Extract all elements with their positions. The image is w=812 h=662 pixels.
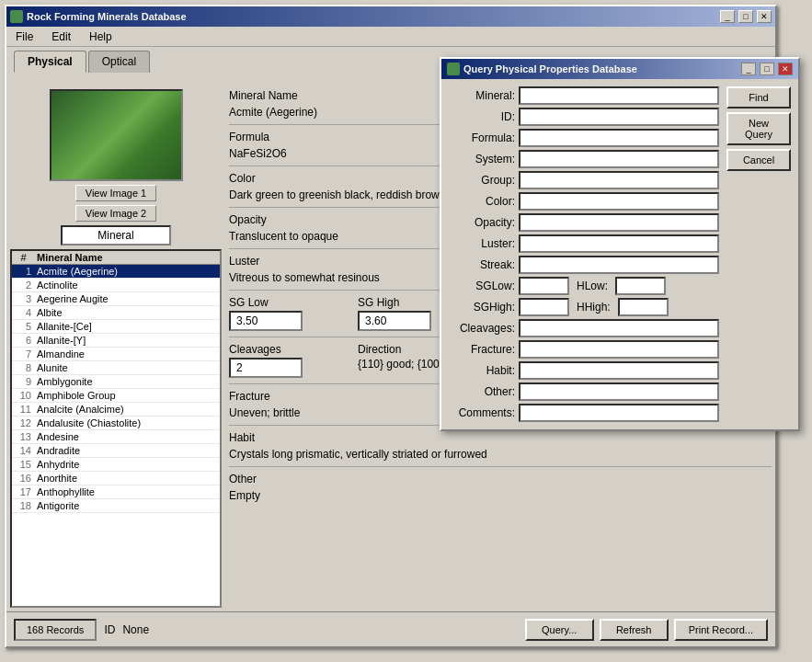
dialog-habit-row: Habit: bbox=[449, 361, 719, 380]
habit-value: Crystals long prismatic, vertically stri… bbox=[229, 448, 487, 461]
close-button[interactable]: ✕ bbox=[757, 10, 772, 23]
dialog-fields: Mineral: ID: Formula: System: Group: bbox=[449, 86, 719, 422]
menu-bar: File Edit Help bbox=[6, 27, 775, 47]
list-item[interactable]: 9 Amblygonite bbox=[12, 375, 220, 389]
list-item[interactable]: 11 Analcite (Analcime) bbox=[12, 403, 220, 417]
list-item[interactable]: 8 Alunite bbox=[12, 361, 220, 375]
dialog-sg-h-high-row: SGHigh: HHigh: bbox=[449, 298, 719, 316]
dialog-hhigh-input[interactable] bbox=[618, 298, 669, 316]
list-item[interactable]: 7 Almandine bbox=[12, 348, 220, 361]
dialog-system-label: System: bbox=[449, 153, 515, 166]
dialog-formula-label: Formula: bbox=[449, 131, 515, 144]
dialog-hhigh-label: HHigh: bbox=[573, 301, 614, 314]
dialog-minimize-button[interactable]: _ bbox=[741, 63, 756, 75]
dialog-content: Mineral: ID: Formula: System: Group: bbox=[441, 79, 798, 429]
view-image2-button[interactable]: View Image 2 bbox=[75, 205, 156, 222]
print-button[interactable]: Print Record... bbox=[674, 619, 768, 641]
window-title: Rock Forming Minerals Database bbox=[27, 11, 716, 22]
dialog-luster-input[interactable] bbox=[519, 234, 719, 253]
bottom-buttons: Query... Refresh Print Record... bbox=[525, 619, 768, 641]
list-item[interactable]: 12 Andalusite (Chiastolite) bbox=[12, 417, 220, 430]
dialog-color-row: Color: bbox=[449, 192, 719, 211]
tab-optical[interactable]: Optical bbox=[88, 51, 150, 73]
dialog-group-row: Group: bbox=[449, 171, 719, 189]
other-value: Empty bbox=[229, 489, 260, 502]
list-item[interactable]: 4 Albite bbox=[12, 306, 220, 320]
dialog-streak-input[interactable] bbox=[519, 256, 719, 274]
dialog-luster-row: Luster: bbox=[449, 234, 719, 253]
bottom-bar: 168 Records ID None Query... Refresh Pri… bbox=[6, 611, 775, 646]
file-menu[interactable]: File bbox=[10, 29, 39, 45]
dialog-maximize-button[interactable]: □ bbox=[760, 63, 774, 75]
new-query-button[interactable]: New Query bbox=[726, 112, 791, 145]
list-item[interactable]: 6 Allanite-[Y] bbox=[12, 334, 220, 348]
dialog-close-button[interactable]: ✕ bbox=[778, 63, 793, 75]
dialog-group-input[interactable] bbox=[519, 171, 719, 189]
dialog-sghigh-input[interactable] bbox=[519, 298, 569, 316]
dialog-id-input[interactable] bbox=[519, 108, 719, 126]
dialog-opacity-label: Opacity: bbox=[449, 216, 515, 229]
id-area: ID None bbox=[104, 623, 517, 636]
fracture-value: Uneven; brittle bbox=[229, 406, 300, 419]
left-panel: View Image 1 View Image 2 Mineral # Mine… bbox=[10, 89, 222, 608]
dialog-comments-label: Comments: bbox=[449, 406, 515, 419]
dialog-streak-row: Streak: bbox=[449, 256, 719, 274]
list-item[interactable]: 17 Anthophyllite bbox=[12, 485, 220, 499]
dialog-habit-input[interactable] bbox=[519, 361, 719, 380]
list-item[interactable]: 2 Actinolite bbox=[12, 279, 220, 292]
list-item[interactable]: 1 Acmite (Aegerine) bbox=[12, 265, 220, 279]
list-item[interactable]: 10 Amphibole Group bbox=[12, 389, 220, 403]
mineral-list-scroll[interactable]: 1 Acmite (Aegerine) 2 Actinolite 3 Aeger… bbox=[12, 265, 220, 606]
mineral-image bbox=[50, 89, 183, 181]
find-button[interactable]: Find bbox=[726, 86, 791, 108]
list-item[interactable]: 14 Andradite bbox=[12, 444, 220, 458]
dialog-mineral-input[interactable] bbox=[519, 86, 719, 105]
dialog-mineral-row: Mineral: bbox=[449, 86, 719, 105]
refresh-button[interactable]: Refresh bbox=[600, 619, 669, 641]
minimize-button[interactable]: _ bbox=[720, 10, 735, 23]
view-image1-button[interactable]: View Image 1 bbox=[75, 185, 156, 201]
query-button[interactable]: Query... bbox=[525, 619, 594, 641]
app-icon bbox=[10, 10, 23, 23]
dialog-other-row: Other: bbox=[449, 382, 719, 401]
dialog-id-row: ID: bbox=[449, 108, 719, 126]
dialog-sghigh-label: SGHigh: bbox=[449, 301, 515, 314]
image-buttons: View Image 1 View Image 2 bbox=[10, 185, 222, 222]
dialog-streak-label: Streak: bbox=[449, 258, 515, 271]
cancel-button[interactable]: Cancel bbox=[726, 149, 791, 171]
luster-value: Vitreous to somewhat resinous bbox=[229, 271, 380, 284]
dialog-comments-input[interactable] bbox=[519, 404, 719, 422]
dialog-color-input[interactable] bbox=[519, 192, 719, 211]
dialog-other-input[interactable] bbox=[519, 382, 719, 401]
dialog-id-label: ID: bbox=[449, 110, 515, 123]
dialog-sg-h-low-row: SGLow: HLow: bbox=[449, 277, 719, 295]
dialog-sglow-label: SGLow: bbox=[449, 280, 515, 292]
dialog-formula-row: Formula: bbox=[449, 129, 719, 147]
list-item[interactable]: 13 Andesine bbox=[12, 430, 220, 444]
dialog-formula-input[interactable] bbox=[519, 129, 719, 147]
dialog-cleavages-label: Cleavages: bbox=[449, 322, 515, 335]
list-item[interactable]: 3 Aegerine Augite bbox=[12, 292, 220, 306]
id-value: None bbox=[122, 623, 149, 636]
dialog-cleavages-input[interactable] bbox=[519, 319, 719, 337]
records-count: 168 Records bbox=[14, 619, 97, 641]
list-item[interactable]: 18 Antigorite bbox=[12, 499, 220, 513]
dialog-fracture-label: Fracture: bbox=[449, 343, 515, 356]
dialog-system-input[interactable] bbox=[519, 150, 719, 168]
dialog-hlow-input[interactable] bbox=[615, 277, 666, 295]
list-item[interactable]: 16 Anorthite bbox=[12, 472, 220, 485]
list-header: # Mineral Name bbox=[12, 251, 220, 265]
dialog-other-label: Other: bbox=[449, 385, 515, 398]
help-menu[interactable]: Help bbox=[84, 29, 118, 45]
edit-menu[interactable]: Edit bbox=[46, 29, 76, 45]
dialog-sglow-input[interactable] bbox=[519, 277, 569, 295]
dialog-fracture-input[interactable] bbox=[519, 340, 719, 359]
dialog-fracture-row: Fracture: bbox=[449, 340, 719, 359]
dialog-opacity-input[interactable] bbox=[519, 213, 719, 232]
list-item[interactable]: 5 Allanite-[Ce] bbox=[12, 320, 220, 334]
list-item[interactable]: 15 Anhydrite bbox=[12, 458, 220, 472]
dialog-mineral-label: Mineral: bbox=[449, 89, 515, 102]
tab-physical[interactable]: Physical bbox=[14, 51, 86, 73]
opacity-value: Translucent to opaque bbox=[229, 230, 338, 243]
maximize-button[interactable]: □ bbox=[738, 10, 753, 23]
